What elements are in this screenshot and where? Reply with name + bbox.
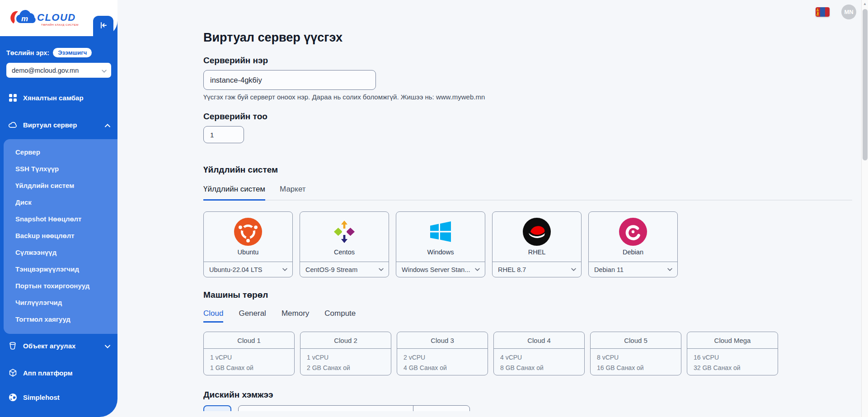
centos-logo-icon [330,218,358,246]
main-content: Виртуал сервер үүсгэх Серверийн нэр Үүсг… [117,0,861,417]
chevron-down-icon [379,268,384,271]
os-card-name: RHEL [528,248,546,256]
brand-logo: m CLOUD ТӨРИЙН КЛАУД СИСТЕМ [7,7,80,31]
tab-market[interactable]: Маркет [280,185,306,200]
submenu-item-backup[interactable]: Backup нөөцлөлт [4,227,117,244]
machine-card-name: Cloud 1 [204,332,294,349]
bucket-icon [8,342,17,350]
disk-size-heading: Дискийн хэмжээ [203,390,861,400]
mongolia-flag-icon[interactable] [816,7,830,17]
ubuntu-version-select[interactable]: Ubuntu-22.04 LTS [204,262,292,277]
windows-logo-icon [427,218,455,246]
sidebar-item-label: Апп платформ [23,369,73,377]
os-card-centos[interactable]: Centos CentOS-9 Stream [300,211,389,277]
sidebar: m CLOUD ТӨРИЙН КЛАУД СИСТЕМ Төслийн эрх:… [0,0,117,417]
logo-card: m CLOUD ТӨРИЙН КЛАУД СИСТЕМ [0,0,117,36]
server-count-heading: Серверийн тоо [203,112,861,122]
submenu-item-static-addresses[interactable]: Тогтмол хаягууд [4,311,117,328]
sidebar-item-app-platform[interactable]: Апп платформ [0,364,117,382]
chevron-down-icon [102,67,107,74]
disk-size-input[interactable] [238,405,470,411]
machine-card-name: Cloud 3 [397,332,488,349]
submenu-item-os[interactable]: Үйлдлийн систем [4,177,117,194]
windows-version-select[interactable]: Windows Server Stan... [396,262,485,277]
machine-card-cloud-2[interactable]: Cloud 2 1 vCPU 2 GB Санах ой [300,332,391,375]
chevron-down-icon [282,268,287,271]
machine-cpu: 1 vCPU [307,352,385,363]
machine-ram: 1 GB Санах ой [210,363,288,373]
os-card-name: Windows [427,248,454,256]
sidebar-item-simplehost[interactable]: Simplehost [0,388,117,406]
soyombo-glyph [816,9,819,15]
disk-size-selected-button[interactable] [203,405,231,411]
sidebar-item-label: Виртуал сервер [23,121,77,129]
sidebar-item-object-storage[interactable]: Объект агуулах [0,337,117,355]
selected-version: Debian 11 [594,266,624,273]
os-card-row: Ubuntu Ubuntu-22.04 LTS Centos CentOS-9 … [203,211,861,277]
submenu-item-port-settings[interactable]: Портын тохиргоонууд [4,277,117,294]
os-card-ubuntu[interactable]: Ubuntu Ubuntu-22.04 LTS [203,211,293,277]
sidebar-item-virtual-server[interactable]: Виртуал сервер [0,116,117,134]
machine-card-cloud-1[interactable]: Cloud 1 1 vCPU 1 GB Санах ой [203,332,295,375]
tab-memory[interactable]: Memory [282,309,309,323]
sidebar-item-label: Хяналтын самбар [23,94,84,102]
chevron-down-icon [105,342,110,350]
selected-version: Ubuntu-22.04 LTS [209,266,262,273]
os-card-rhel[interactable]: RHEL RHEL 8.7 [492,211,582,277]
machine-card-cloud-mega[interactable]: Cloud Mega 16 vCPU 32 GB Санах ой [687,332,778,375]
page-title: Виртуал сервер үүсгэх [203,31,861,45]
account-selector-value: demo@mcloud.gov.mn [12,67,79,74]
os-card-debian[interactable]: Debian Debian 11 [588,211,678,277]
machine-card-name: Cloud 4 [494,332,584,349]
rhel-version-select[interactable]: RHEL 8.7 [493,262,581,277]
machine-ram: 32 GB Санах ой [694,363,771,373]
brand-name: CLOUD [37,12,76,23]
machine-card-name: Cloud Mega [687,332,778,349]
machine-card-cloud-5[interactable]: Cloud 5 8 vCPU 16 GB Санах ой [590,332,681,375]
selected-version: RHEL 8.7 [498,266,526,273]
machine-cpu: 2 vCPU [404,352,481,363]
tab-general[interactable]: General [239,309,266,323]
user-avatar[interactable]: MN [841,5,856,19]
os-card-windows[interactable]: Windows Windows Server Stan... [396,211,485,277]
machine-cpu: 16 vCPU [694,352,771,363]
machine-cpu: 1 vCPU [210,352,288,363]
submenu-item-server[interactable]: Сервер [4,144,117,160]
submenu-item-networks[interactable]: Сүлжээнүүд [4,244,117,261]
collapse-to-left-icon [99,21,108,32]
debian-logo-icon [619,218,647,246]
server-name-heading: Серверийн нэр [203,56,861,66]
globe-icon [8,393,17,402]
virtual-server-submenu: Сервер SSH Түлхүүр Үйлдлийн систем Диск … [4,139,117,334]
server-name-input[interactable] [203,70,376,90]
tab-compute[interactable]: Compute [324,309,356,323]
machine-ram: 8 GB Санах ой [500,363,578,373]
disk-input-divider [413,406,413,411]
scrollbar-thumb[interactable] [863,9,868,160]
machine-ram: 2 GB Санах ой [307,363,385,373]
cloud-icon [8,121,17,128]
submenu-item-snapshot[interactable]: Snapshot Нөөцлөлт [4,211,117,227]
account-selector[interactable]: demo@mcloud.gov.mn [6,63,111,78]
chevron-down-icon [475,268,480,271]
machine-type-heading: Машины төрөл [203,290,861,300]
debian-version-select[interactable]: Debian 11 [589,262,677,277]
scrollbar-up-arrow-icon[interactable]: ▲ [862,0,868,7]
tab-os[interactable]: Үйлдлийн систем [203,185,265,201]
server-count-input[interactable] [203,126,244,143]
machine-card-cloud-4[interactable]: Cloud 4 4 vCPU 8 GB Санах ой [493,332,585,375]
submenu-item-ssh-key[interactable]: SSH Түлхүүр [4,160,117,177]
submenu-item-routers[interactable]: Чиглүүлэгчид [4,294,117,311]
centos-version-select[interactable]: CentOS-9 Stream [300,262,389,277]
page-scrollbar[interactable]: ▲ [861,0,868,417]
submenu-item-load-balancers[interactable]: Тэнцвэржүүлэгчид [4,261,117,277]
chevron-down-icon [571,268,576,271]
submenu-item-disk[interactable]: Диск [4,194,117,211]
sidebar-item-dashboard[interactable]: Хяналтын самбар [0,89,117,107]
project-role-label: Төслийн эрх: [6,49,49,56]
tab-cloud[interactable]: Cloud [203,309,223,323]
machine-ram: 4 GB Санах ой [404,363,481,373]
sidebar-collapse-button[interactable] [93,16,113,36]
machine-card-cloud-3[interactable]: Cloud 3 2 vCPU 4 GB Санах ой [397,332,488,375]
os-card-name: Centos [334,248,355,256]
